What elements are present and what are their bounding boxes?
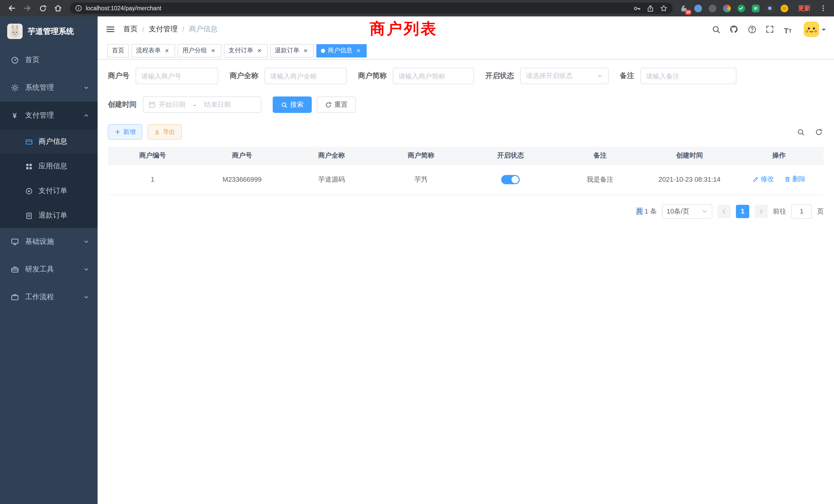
site-info-icon[interactable] bbox=[75, 5, 82, 12]
tab-merchant-info[interactable]: 商户信息 × bbox=[316, 44, 367, 57]
date-start-placeholder: 开始日期 bbox=[159, 100, 185, 109]
url-text: localhost:1024/pay/merchant bbox=[86, 5, 633, 11]
col-header-merchant-no: 商户号 bbox=[197, 147, 287, 164]
sidebar-item-payment[interactable]: ¥ 支付管理 bbox=[0, 101, 97, 129]
credit-card-icon bbox=[25, 137, 34, 146]
search-button[interactable]: 搜索 bbox=[273, 96, 312, 113]
filter-label-create-time: 创建时间 bbox=[108, 100, 137, 109]
tab-home[interactable]: 首页 bbox=[107, 44, 129, 57]
delete-button-label: 删除 bbox=[792, 175, 806, 184]
next-page-button[interactable] bbox=[754, 205, 768, 218]
breadcrumb: 首页 / 支付管理 / 商户信息 bbox=[123, 25, 218, 34]
tabs-bar: 首页 流程表单 × 用户分组 × 支付订单 × 退款订单 × bbox=[97, 42, 834, 60]
toggle-search-icon[interactable] bbox=[797, 128, 805, 136]
browser-update-button[interactable]: 更新 bbox=[798, 4, 810, 13]
refresh-table-icon[interactable] bbox=[815, 128, 823, 136]
hamburger-icon[interactable] bbox=[106, 25, 115, 34]
delete-button[interactable]: 删除 bbox=[784, 175, 806, 184]
sidebar-item-workflow[interactable]: 工作流程 bbox=[0, 283, 97, 311]
close-icon[interactable]: × bbox=[210, 47, 217, 54]
extension-color-wheel-icon[interactable] bbox=[722, 4, 731, 13]
user-avatar bbox=[804, 22, 819, 37]
sidebar-item-label: 首页 bbox=[25, 55, 89, 65]
breadcrumb-payment[interactable]: 支付管理 bbox=[149, 25, 178, 34]
prev-page-button[interactable] bbox=[718, 205, 731, 218]
help-icon[interactable] bbox=[747, 24, 757, 35]
monitor-icon bbox=[10, 237, 19, 246]
bookmark-star-icon[interactable] bbox=[660, 4, 667, 12]
browser-menu-icon[interactable] bbox=[820, 4, 827, 12]
breadcrumb-separator: / bbox=[142, 25, 144, 33]
caret-down-icon bbox=[822, 29, 826, 33]
extension-face-icon[interactable] bbox=[780, 4, 789, 13]
sidebar-item-home[interactable]: 首页 bbox=[0, 46, 97, 74]
share-icon[interactable] bbox=[646, 4, 654, 12]
close-icon[interactable]: × bbox=[355, 47, 362, 54]
search-icon[interactable] bbox=[711, 24, 721, 35]
tab-label: 支付订单 bbox=[228, 46, 253, 55]
tab-process-form[interactable]: 流程表单 × bbox=[131, 44, 175, 57]
sidebar-item-system[interactable]: 系统管理 bbox=[0, 74, 97, 101]
date-separator: - bbox=[189, 101, 201, 109]
page-number-1[interactable]: 1 bbox=[736, 205, 749, 218]
tab-refund-order[interactable]: 退款订单 × bbox=[270, 44, 314, 57]
edit-button[interactable]: 修改 bbox=[752, 175, 774, 184]
forward-button[interactable] bbox=[21, 2, 34, 14]
sidebar-menu: 首页 系统管理 ¥ 支付管理 bbox=[0, 46, 97, 311]
pagination: 共 1 条 10条/页 1 前往 页 bbox=[108, 204, 824, 219]
short-name-field[interactable] bbox=[398, 72, 468, 80]
export-button[interactable]: 导出 bbox=[147, 124, 182, 140]
status-select[interactable]: 请选择开启状态 bbox=[520, 68, 609, 84]
sidebar-item-merchant-info[interactable]: 商户信息 bbox=[0, 129, 97, 154]
cell-merchant-no: M233666999 bbox=[197, 164, 287, 194]
extension-green-doc-icon[interactable] bbox=[751, 4, 760, 13]
col-header-short-name: 商户简称 bbox=[376, 147, 466, 164]
full-name-input bbox=[264, 68, 347, 84]
cell-status bbox=[466, 164, 555, 194]
navbar-actions: TT bbox=[711, 22, 826, 37]
github-icon[interactable] bbox=[729, 24, 739, 35]
font-size-icon[interactable]: TT bbox=[783, 24, 793, 35]
merchant-table: 商户编号 商户号 商户全称 商户简称 开启状态 备注 创建时间 操作 1 bbox=[108, 147, 824, 195]
extensions-puzzle-icon[interactable]: 10 bbox=[679, 4, 688, 13]
remark-field[interactable] bbox=[646, 72, 731, 80]
merchant-page: 商户号 商户全称 商户简称 bbox=[97, 60, 834, 504]
toolbox-icon bbox=[10, 265, 19, 274]
document-icon bbox=[25, 211, 34, 220]
goto-page-input[interactable] bbox=[791, 204, 812, 219]
status-toggle[interactable] bbox=[501, 175, 520, 184]
create-time-range-picker[interactable]: 开始日期 - 结束日期 bbox=[143, 96, 261, 113]
extension-green-check-icon[interactable] bbox=[737, 4, 746, 13]
sidebar-item-refund-order[interactable]: 退款订单 bbox=[0, 203, 97, 228]
reset-button[interactable]: 重置 bbox=[317, 96, 356, 113]
home-button[interactable] bbox=[52, 2, 64, 14]
sidebar-item-devtools[interactable]: 研发工具 bbox=[0, 256, 97, 283]
tab-user-group[interactable]: 用户分组 × bbox=[178, 44, 221, 57]
app-logo[interactable]: 芋道管理系统 bbox=[0, 17, 97, 46]
url-bar[interactable]: localhost:1024/pay/merchant bbox=[70, 3, 673, 14]
reload-button[interactable] bbox=[37, 2, 49, 14]
fullscreen-icon[interactable] bbox=[765, 24, 775, 35]
sidebar-item-label: 支付管理 bbox=[25, 111, 77, 120]
chevron-down-icon bbox=[83, 294, 89, 300]
breadcrumb-home[interactable]: 首页 bbox=[123, 25, 138, 34]
sidebar-item-label: 应用信息 bbox=[39, 162, 89, 171]
extension-gray-icon[interactable] bbox=[708, 4, 717, 13]
extension-dark-icon[interactable] bbox=[765, 4, 774, 13]
full-name-field[interactable] bbox=[270, 72, 341, 80]
sidebar-item-infrastructure[interactable]: 基础设施 bbox=[0, 228, 97, 256]
sidebar-item-pay-order[interactable]: 支付订单 bbox=[0, 179, 97, 203]
merchant-no-field[interactable] bbox=[141, 72, 213, 80]
back-button[interactable] bbox=[6, 2, 18, 14]
sidebar-item-app-info[interactable]: 应用信息 bbox=[0, 154, 97, 179]
user-menu[interactable] bbox=[804, 22, 826, 37]
extension-blue-icon[interactable] bbox=[693, 4, 703, 13]
page-size-select[interactable]: 10条/页 bbox=[662, 204, 712, 219]
tab-pay-order[interactable]: 支付订单 × bbox=[224, 44, 267, 57]
export-button-label: 导出 bbox=[163, 128, 175, 136]
close-icon[interactable]: × bbox=[256, 47, 263, 54]
password-key-icon[interactable] bbox=[633, 4, 641, 12]
add-button[interactable]: 新增 bbox=[108, 124, 142, 140]
close-icon[interactable]: × bbox=[302, 47, 309, 54]
close-icon[interactable]: × bbox=[163, 47, 171, 54]
